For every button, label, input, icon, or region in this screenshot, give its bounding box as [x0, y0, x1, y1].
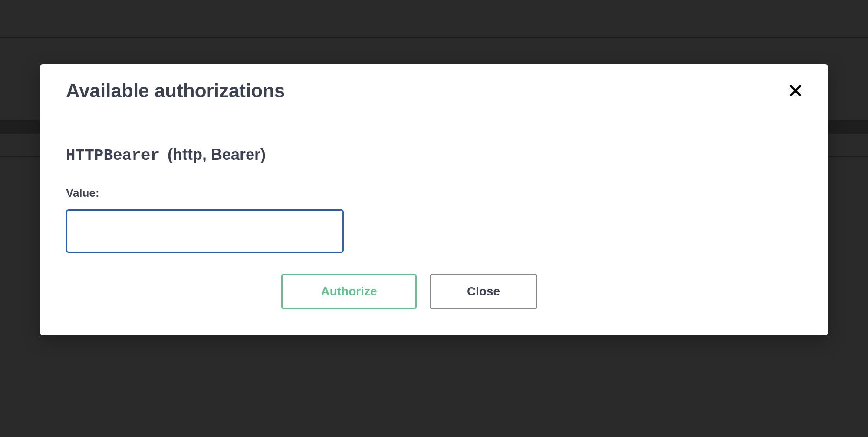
- button-row: Authorize Close: [66, 274, 802, 309]
- modal-body: HTTPBearer (http, Bearer) Value: Authori…: [40, 115, 828, 335]
- modal-overlay: Available authorizations HTTPBearer (htt…: [0, 0, 868, 437]
- scheme-header: HTTPBearer (http, Bearer): [66, 146, 802, 165]
- close-button[interactable]: Close: [430, 274, 537, 309]
- authorization-modal: Available authorizations HTTPBearer (htt…: [40, 64, 828, 335]
- close-icon[interactable]: [789, 84, 802, 97]
- scheme-name: HTTPBearer: [66, 147, 160, 165]
- scheme-type: (http, Bearer): [168, 146, 266, 164]
- modal-header: Available authorizations: [40, 64, 828, 115]
- value-input[interactable]: [66, 209, 344, 253]
- modal-title: Available authorizations: [66, 80, 285, 102]
- value-label: Value:: [66, 186, 802, 200]
- authorize-button[interactable]: Authorize: [281, 274, 417, 309]
